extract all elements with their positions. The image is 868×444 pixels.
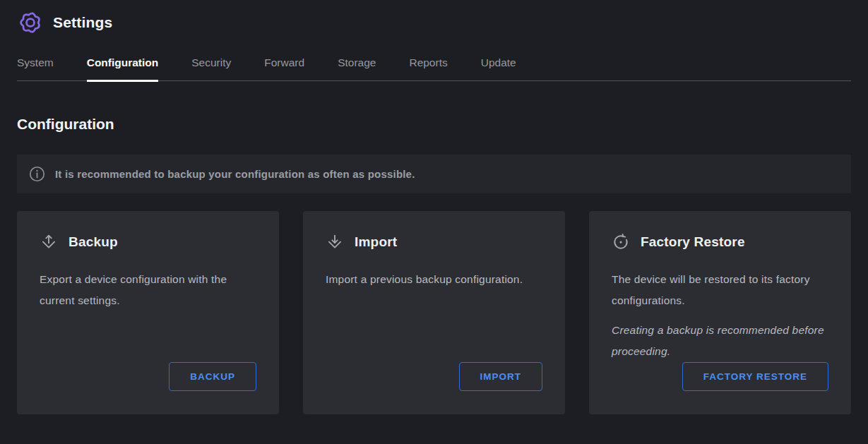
factory-restore-card-header: Factory Restore [612, 233, 828, 251]
header: Settings [0, 0, 868, 36]
tab-storage[interactable]: Storage [338, 56, 376, 82]
app-title: Settings [53, 14, 112, 31]
import-card-title: Import [355, 234, 397, 250]
backup-card-description: Export a device configuration with the c… [40, 269, 256, 311]
import-button[interactable]: IMPORT [459, 362, 543, 391]
factory-restore-card: Factory Restore The device will be resto… [589, 211, 851, 414]
backup-card-header: Backup [40, 233, 256, 251]
info-icon [29, 166, 45, 182]
tab-bar: System Configuration Security Forward St… [17, 36, 851, 81]
tab-security[interactable]: Security [191, 56, 231, 82]
factory-restore-card-title: Factory Restore [641, 234, 745, 250]
card-row: Backup Export a device configuration wit… [17, 211, 851, 414]
import-download-icon [326, 233, 344, 251]
page-title: Configuration [17, 116, 851, 133]
factory-restore-icon [612, 233, 630, 251]
factory-restore-button[interactable]: FACTORY RESTORE [682, 362, 828, 391]
info-banner: It is recommended to backup your configu… [17, 155, 851, 193]
backup-card-title: Backup [69, 234, 118, 250]
factory-restore-card-note: Creating a backup is recommended before … [612, 320, 828, 362]
settings-gear-icon [17, 9, 44, 36]
import-card-description: Import a previous backup configuration. [326, 269, 542, 290]
tab-reports[interactable]: Reports [409, 56, 447, 82]
import-card-header: Import [326, 233, 542, 251]
backup-card: Backup Export a device configuration wit… [17, 211, 279, 414]
tab-update[interactable]: Update [481, 56, 516, 82]
backup-export-icon [40, 233, 58, 251]
tab-system[interactable]: System [17, 56, 54, 82]
import-card: Import Import a previous backup configur… [303, 211, 565, 414]
banner-text: It is recommended to backup your configu… [55, 168, 415, 180]
tab-configuration[interactable]: Configuration [87, 56, 159, 82]
factory-restore-card-description: The device will be restored to its facto… [612, 269, 828, 311]
tab-forward[interactable]: Forward [264, 56, 304, 82]
settings-page: Settings System Configuration Security F… [0, 0, 868, 444]
backup-button[interactable]: BACKUP [169, 362, 256, 391]
